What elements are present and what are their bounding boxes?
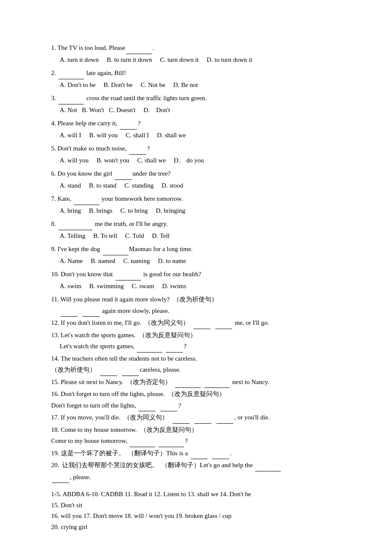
- q13-blank2: [166, 341, 183, 353]
- q8-blank: [58, 219, 92, 230]
- q15-blank1: [175, 377, 201, 388]
- q2-options: A. Don't to be B. Don't be C. Not be D. …: [51, 80, 358, 91]
- page-content: 1. The TV is too loud. Please . A. turn …: [51, 43, 358, 532]
- answer-line3: 16. will you 17. Don't move 18. will / w…: [51, 511, 358, 522]
- q4-options: A. will I B. will you C. shall I D. shal…: [51, 130, 358, 141]
- q13-blank1: [137, 341, 162, 353]
- question-19: 19. 这是一个坏了的被子。 （翻译句子）This is a .: [51, 448, 358, 460]
- q10-options: A. swim B. swimming C. swam D. swims: [51, 281, 358, 292]
- question-13: 13. Let's watch the sports games. （改为反意疑…: [51, 330, 358, 353]
- q16-blank2: [160, 400, 177, 412]
- question-3: 3. cross the road until the traffic ligh…: [51, 93, 358, 116]
- q17-blank2: [194, 412, 211, 424]
- q4-blank: [120, 118, 137, 130]
- q20-answer2: , please.: [51, 472, 358, 483]
- question-20: 20. 让我们去帮帮那个哭泣的女孩吧。 （翻译句子）Let's go and h…: [51, 460, 358, 483]
- q14-blank1: [100, 364, 117, 376]
- q8-options: A. Telling B. To tell C. Told D. Tell: [51, 231, 358, 242]
- q9-options: A. Name B. named C. naming D. to name: [51, 256, 358, 267]
- q18-blank1: [130, 436, 155, 447]
- question-6: 6. Do you know the girl under the tree? …: [51, 168, 358, 191]
- answer-line2: 15. Don't sit: [51, 500, 358, 511]
- q2-blank: [58, 68, 84, 79]
- q12-blank1: [193, 318, 210, 329]
- question-8: 8. me the truth, or I'll be angry. A. Te…: [51, 219, 358, 241]
- q17-text: 17. If you move, you'll die. （改为同义句） , o…: [51, 412, 358, 424]
- question-11: 11. Will you please read it again more s…: [51, 294, 358, 317]
- answer-line1: 1-5. ABDBA 6-10. CADBB 11. Read it 12. L…: [51, 489, 358, 500]
- q14-text: 14. The teachers often tell the students…: [51, 353, 358, 364]
- q11-blank2: [83, 306, 100, 317]
- q2-text: 2. late again, Bill!: [51, 68, 358, 79]
- question-9: 9. I've kept the dog Maomao for a long t…: [51, 244, 358, 266]
- q18-blank2: [159, 436, 184, 447]
- q6-options: A. stand B. to stand C. standing D. stoo…: [51, 180, 358, 191]
- q15-blank2: [204, 377, 230, 388]
- q9-text: 9. I've kept the dog Maomao for a long t…: [51, 244, 358, 255]
- q17-blank3: [216, 412, 233, 424]
- q5-text: 5. Don't make so much noise, ?: [51, 143, 358, 155]
- question-18: 18. Come to my house tomorrow. （改为反意疑问句）…: [51, 425, 358, 447]
- q17-blank1: [173, 412, 190, 424]
- q18-text: 18. Come to my house tomorrow. （改为反意疑问句）: [51, 425, 358, 436]
- q15-text: 15. Please sit next to Nancy. （改为否定句） ne…: [51, 377, 358, 388]
- q14-blank2: [122, 364, 139, 376]
- q1-options: A. turn it down B. to turn it down C. tu…: [51, 55, 358, 66]
- q10-text: 10. Don't you know that is good for our …: [51, 269, 358, 280]
- q3-text: 3. cross the road until the traffic ligh…: [51, 93, 358, 104]
- q9-blank: [103, 244, 128, 255]
- q19-text: 19. 这是一个坏了的被子。 （翻译句子）This is a .: [51, 448, 358, 460]
- question-7: 7. Kate, your homework here tomorrow. A.…: [51, 194, 358, 216]
- answer-line4: 20. crying girl: [51, 522, 358, 533]
- question-17: 17. If you move, you'll die. （改为同义句） , o…: [51, 412, 358, 424]
- q20-text: 20. 让我们去帮帮那个哭泣的女孩吧。 （翻译句子）Let's go and h…: [51, 460, 358, 471]
- q13-text: 13. Let's watch the sports games. （改为反意疑…: [51, 330, 358, 341]
- question-1: 1. The TV is too loud. Please . A. turn …: [51, 43, 358, 65]
- q12-text: 12. If you don't listen to me, I'll go. …: [51, 318, 358, 329]
- question-10: 10. Don't you know that is good for our …: [51, 269, 358, 292]
- question-15: 15. Please sit next to Nancy. （改为否定句） ne…: [51, 377, 358, 388]
- q16-answer: Don't forget to turn off the lights, ?: [51, 400, 358, 412]
- q6-blank: [115, 168, 132, 180]
- question-5: 5. Don't make so much noise, ? A. will y…: [51, 143, 358, 166]
- q5-options: A. will you B. won't you C. shall we D. …: [51, 155, 358, 166]
- q11-text: 11. Will you please read it again more s…: [51, 294, 358, 305]
- question-4: 4. Please help me carry it, ? A. will I …: [51, 118, 358, 141]
- q1-text: 1. The TV is too loud. Please .: [51, 43, 358, 54]
- q6-text: 6. Do you know the girl under the tree?: [51, 168, 358, 180]
- q1-blank: [126, 43, 152, 54]
- q12-blank2: [215, 318, 232, 329]
- q18-answer: Come to my house tomorrow, ?: [51, 436, 358, 447]
- question-14: 14. The teachers often tell the students…: [51, 353, 358, 376]
- q10-blank: [115, 269, 141, 280]
- q7-text: 7. Kate, your homework here tomorrow.: [51, 194, 358, 205]
- q11-answer: again more slowly, please.: [51, 306, 358, 317]
- question-12: 12. If you don't listen to me, I'll go. …: [51, 318, 358, 329]
- q14-instruction: （改为祈使句） careless, please.: [51, 364, 358, 376]
- answers-section: 1-5. ABDBA 6-10. CADBB 11. Read it 12. L…: [51, 489, 358, 532]
- q7-blank: [74, 194, 99, 205]
- q16-text: 16. Don't forget to turn off the lights,…: [51, 389, 358, 400]
- q3-blank: [58, 93, 84, 104]
- q20-blank2: [52, 472, 69, 483]
- question-2: 2. late again, Bill! A. Don't to be B. D…: [51, 68, 358, 90]
- q8-text: 8. me the truth, or I'll be angry.: [51, 219, 358, 230]
- q13-answer: Let's watch the sports games, ?: [51, 341, 358, 353]
- q16-blank1: [138, 400, 156, 412]
- q5-blank: [129, 143, 146, 155]
- q7-options: A. bring B. brings C. to bring D. bringi…: [51, 205, 358, 217]
- q19-blank1: [190, 448, 208, 460]
- q20-blank1: [255, 460, 281, 471]
- q19-blank2: [212, 448, 229, 460]
- q3-options: A. Not B. Won't C. Doesn't D. Don't: [51, 105, 358, 116]
- q11-blank1: [61, 306, 78, 317]
- q4-text: 4. Please help me carry it, ?: [51, 118, 358, 130]
- question-16: 16. Don't forget to turn off the lights,…: [51, 389, 358, 411]
